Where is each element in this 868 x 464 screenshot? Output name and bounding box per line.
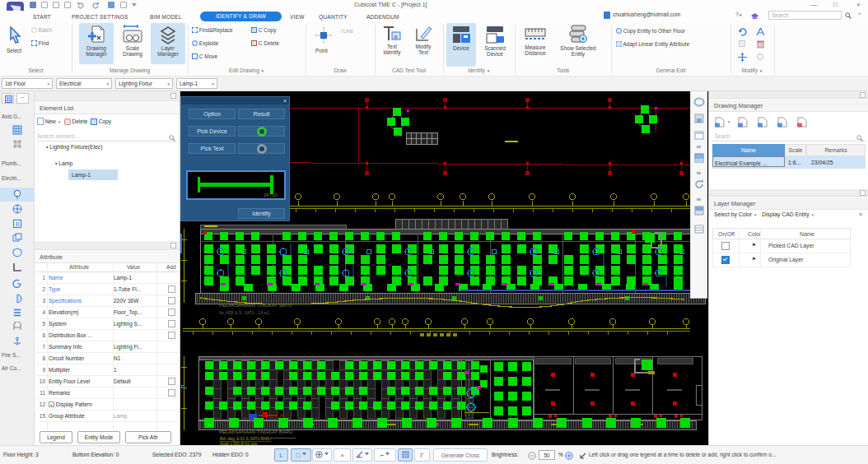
svg-text:26700: 26700: [264, 193, 278, 197]
svg-text:No. KEB JL S - SATU - 1.8 m2: No. KEB JL S - SATU - 1.8 m2: [219, 311, 269, 315]
svg-text:a: a: [394, 33, 398, 40]
svg-text:PELAKSANAAN TINGKAT BARU: PELAKSANAAN TINGKAT BARU: [219, 429, 292, 434]
svg-text:Ref. dwg. E-01 JL SATU BARU: Ref. dwg. E-01 JL SATU BARU: [220, 437, 271, 441]
svg-text:PELAKSANAAN TINGKAT SATU: PELAKSANAAN TINGKAT SATU: [219, 303, 292, 308]
svg-text:B: B: [16, 220, 20, 228]
